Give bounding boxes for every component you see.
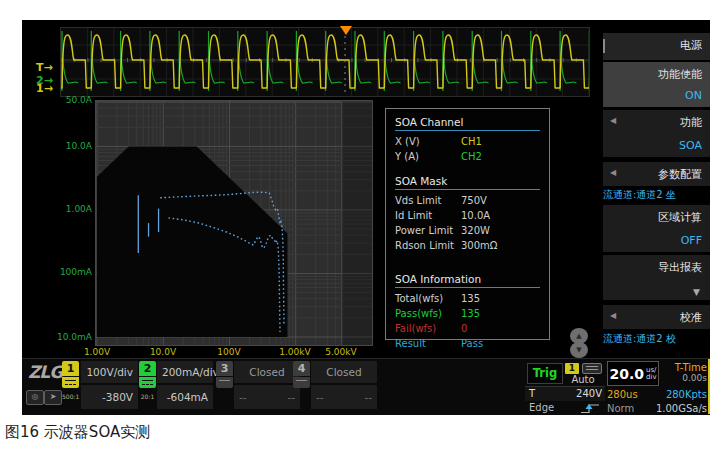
trigger-position-icon[interactable]: [340, 26, 352, 35]
power-limit-value: 320W: [461, 225, 490, 236]
y-tick-label: 50.0A: [48, 95, 92, 105]
channel1-scale: 100V/div: [81, 361, 138, 383]
timebase-info[interactable]: 20.0 us/div T-Time 0.00s 280us 280Kpts N…: [607, 361, 708, 414]
trigger-status: Trig: [527, 363, 563, 384]
sidebar-item-label: 功能使能: [658, 67, 702, 82]
touch-drag-icon[interactable]: ➤: [44, 390, 62, 405]
channel4-dash: --: [316, 385, 324, 409]
sidebar-item-export-report[interactable]: 导出报表 ▼: [603, 255, 710, 300]
channel4-badge[interactable]: 4: [293, 361, 310, 388]
display-icon: [582, 363, 602, 374]
page: { "caption": "图16 示波器SOA实测", "markers": …: [0, 0, 710, 459]
sidebar-item-value: OFF: [681, 234, 702, 247]
pass-wfs-label: Pass(wfs): [395, 308, 461, 319]
scroll-widget[interactable]: ▲ ▼: [570, 328, 590, 360]
sidebar-item-power[interactable]: 电源: [603, 33, 710, 60]
status-bar: ZLG® ◎ ➤ 1 500:1 100V/div -380V 2 20:1 2…: [22, 358, 710, 415]
sidebar-item-area-calc[interactable]: 区域计算 OFF: [603, 205, 710, 252]
t-time-label: T-Time: [663, 362, 707, 373]
sidebar-item-label: 功能: [680, 115, 702, 130]
channel3-badge[interactable]: 3: [216, 361, 233, 388]
soa-plot: [95, 100, 373, 346]
sidebar-item-calibration[interactable]: ◀ 校准: [603, 305, 710, 329]
channel3-dash: --: [239, 385, 247, 409]
scroll-down-icon[interactable]: ▼: [570, 342, 588, 358]
trigger-mode: Auto: [563, 374, 603, 385]
channel2-badge[interactable]: 2 20:1: [139, 361, 156, 388]
oscilloscope-screen: T→ 2→ 1→ 50.0A 10.0A 1.00A 100mA 10.0mA …: [22, 20, 710, 415]
acquisition-mode: Norm: [607, 402, 634, 415]
power-limit-label: Power Limit: [395, 225, 461, 236]
x-tick-label: 100V: [207, 347, 251, 357]
channel2-scale: 200mA/div: [157, 361, 213, 383]
coupling-icon: [293, 377, 310, 388]
tab-indicator: [603, 39, 605, 53]
x-channel-label: X (V): [395, 136, 461, 147]
y-tick-label: 100mA: [48, 267, 92, 277]
sidebar-item-value: SOA: [679, 139, 702, 152]
total-wfs-label: Total(wfs): [395, 293, 461, 304]
channel2-probe-ratio: 20:1: [139, 393, 156, 400]
channel4-number: 4: [293, 361, 310, 376]
total-wfs-value: 135: [461, 293, 480, 304]
waveform-strip: [60, 27, 590, 97]
t-time-value: 0.00s: [663, 373, 707, 383]
touch-gesture-icon[interactable]: ◎: [26, 390, 44, 405]
soa-info-panel: SOA Channel X (V)CH1 Y (A)CH2 SOA Mask V…: [385, 108, 550, 340]
sidebar-item-label: 校准: [680, 310, 702, 325]
scroll-up-icon[interactable]: ▲: [570, 328, 588, 344]
rising-edge-icon: [580, 403, 602, 414]
soa-channel-title: SOA Channel: [395, 116, 540, 131]
chevron-left-icon: ◀: [610, 311, 616, 320]
x-tick-label: 1.00kV: [273, 347, 317, 357]
y-channel-label: Y (A): [395, 151, 461, 162]
sidebar-item-label: 导出报表: [658, 260, 702, 275]
timebase-value: 20.0: [609, 366, 644, 382]
y-tick-label: 1.00A: [48, 204, 92, 214]
menu-sidebar: 电源 功能使能 ON ◀ 功能 SOA ◀ 参数配置 流通道:通道2 坐 区域计…: [603, 20, 710, 358]
trigger-level-value: 240V: [576, 387, 602, 401]
ch1-level-marker[interactable]: 1→: [36, 83, 53, 94]
result-label: Result: [395, 338, 461, 349]
x-tick-label: 1.00V: [75, 347, 119, 357]
trigger-level-label: T: [529, 387, 535, 401]
channel2-info[interactable]: 200mA/div -604mA: [157, 361, 213, 409]
soa-information-title: SOA Information: [395, 273, 540, 288]
vds-limit-value: 750V: [461, 195, 487, 206]
channel1-probe-ratio: 500:1: [62, 393, 79, 400]
sidebar-item-function[interactable]: ◀ 功能 SOA: [603, 110, 710, 157]
channel2-offset: -604mA: [157, 385, 213, 409]
sidebar-item-function-enable[interactable]: 功能使能 ON: [603, 62, 710, 107]
fail-wfs-label: Fail(wfs): [395, 323, 461, 334]
timebase-scale: 20.0 us/div: [607, 361, 659, 386]
x-tick-label: 10.0V: [141, 347, 185, 357]
sidebar-item-label: 区域计算: [658, 210, 702, 225]
channel1-info[interactable]: 100V/div -380V: [81, 361, 138, 409]
channel3-info[interactable]: Closed ----: [234, 361, 300, 409]
trigger-level-marker[interactable]: T→: [36, 62, 53, 73]
channel4-status: Closed: [311, 361, 377, 383]
channel2-number: 2: [139, 361, 156, 376]
channel3-status: Closed: [234, 361, 300, 383]
chevron-down-icon: ▼: [693, 287, 700, 297]
channel4-info[interactable]: Closed ----: [311, 361, 377, 409]
sidebar-item-label: 电源: [680, 38, 702, 53]
channel3-number: 3: [216, 361, 233, 376]
trigger-type: Edge: [529, 401, 554, 415]
id-limit-label: Id Limit: [395, 210, 461, 221]
sidebar-item-parameter-config[interactable]: ◀ 参数配置: [603, 162, 710, 186]
timebase-unit: us/div: [646, 367, 657, 381]
chevron-left-icon: ◀: [610, 168, 616, 177]
soa-mask-title: SOA Mask: [395, 175, 540, 190]
memory-depth: 280Kpts: [666, 388, 707, 401]
x-tick-label: 5.00kV: [319, 347, 363, 357]
y-tick-label: 10.0A: [48, 141, 92, 151]
id-limit-value: 10.0A: [461, 210, 490, 221]
trigger-info[interactable]: Trig 1 Auto T 240V Edge: [525, 361, 605, 414]
coupling-icon: [62, 377, 79, 388]
coupling-icon: [139, 377, 156, 388]
y-channel-value: CH2: [461, 151, 482, 162]
rdson-limit-label: Rdson Limit: [395, 240, 461, 251]
channel1-badge[interactable]: 1 500:1: [62, 361, 79, 388]
vds-limit-label: Vds Limit: [395, 195, 461, 206]
